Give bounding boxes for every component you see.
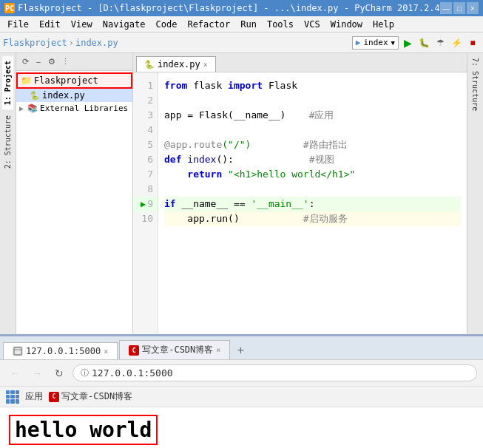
file-label: index.py xyxy=(42,90,85,101)
svg-rect-0 xyxy=(14,347,21,355)
line-num-2: 2 xyxy=(133,93,158,108)
project-tab[interactable]: 1: Project xyxy=(2,56,13,109)
bookmark-apps-text: 应用 xyxy=(25,390,43,403)
code-line-6: def index(): #视图 xyxy=(164,152,461,167)
bookmark-csdn-text: 写文章-CSDN博客 xyxy=(61,390,132,403)
run-controls: ▶ index ▼ ▶ 🐛 ☂ ⚡ ■ xyxy=(352,35,480,50)
tab-close-icon[interactable]: × xyxy=(203,61,208,69)
code-line-1: from flask import Flask xyxy=(164,78,461,93)
minimize-button[interactable]: — xyxy=(440,2,452,14)
tree-external-libraries[interactable]: ▶ 📚 External Libraries xyxy=(16,102,132,115)
project-tree: 📁 Flaskproject 🐍 index.py ▶ 📚 External L… xyxy=(16,71,132,334)
tab-label: index.py xyxy=(158,59,200,69)
address-text: 127.0.0.1:5000 xyxy=(92,367,173,379)
browser-content: hello world https://blog.csdn.net/weixin… xyxy=(0,407,483,448)
bookmark-apps-label[interactable]: 应用 xyxy=(25,390,43,403)
csdn-favicon: C xyxy=(49,392,59,402)
hello-world-heading: hello world xyxy=(9,415,158,445)
tab-csdn-close[interactable]: × xyxy=(216,346,220,354)
expand-icon: ▶ xyxy=(19,104,24,112)
line-num-10: 10 xyxy=(133,211,158,226)
code-line-3: app = Flask(__name__) #应用 xyxy=(164,108,461,123)
browser-nav: ← → ↻ ⓘ 127.0.0.1:5000 xyxy=(0,360,483,387)
line-num-3: 3 xyxy=(133,108,158,123)
line-num-9: ▶9 xyxy=(133,197,158,211)
tree-root-folder[interactable]: 📁 Flaskproject xyxy=(16,72,132,89)
window-controls[interactable]: — □ × xyxy=(440,2,479,14)
editor-section: 🐍 index.py × 1 2 3 4 5 6 7 8 ▶9 10 xyxy=(133,53,467,334)
run-button[interactable]: ▶ xyxy=(400,35,415,50)
structure-tab[interactable]: 2: Structure xyxy=(2,111,13,173)
tab-csdn-label: 写文章-CSDN博客 xyxy=(142,344,213,356)
right-panel-tabs: 7: Structure xyxy=(467,53,483,334)
refresh-button[interactable]: ↻ xyxy=(50,364,68,382)
tab-localhost-close[interactable]: × xyxy=(104,347,108,356)
profile-button[interactable]: ⚡ xyxy=(449,35,464,50)
code-line-8 xyxy=(164,182,461,197)
run-config-select[interactable]: ▶ index ▼ xyxy=(352,36,399,50)
menu-run[interactable]: Run xyxy=(236,18,261,31)
editor-tabs-bar: 🐍 index.py × xyxy=(133,53,467,72)
apps-icon[interactable] xyxy=(6,390,19,404)
project-panel: ⟳ − ⚙ ⋮ 📁 Flaskproject 🐍 index.py ▶ 📚 Ex… xyxy=(16,53,133,334)
menu-file[interactable]: File xyxy=(3,18,33,31)
breadcrumb-file[interactable]: index.py xyxy=(75,38,118,48)
tab-page-favicon xyxy=(13,346,23,356)
run-arrow-icon: ▶ xyxy=(141,197,146,211)
config-icon: ▶ xyxy=(356,38,361,47)
folder-icon: 📁 xyxy=(21,75,32,86)
browser-tabs-bar: 127.0.0.1:5000 × C 写文章-CSDN博客 × + xyxy=(0,336,483,360)
line-numbers: 1 2 3 4 5 6 7 8 ▶9 10 xyxy=(133,72,158,334)
debug-button[interactable]: 🐛 xyxy=(416,35,431,50)
title-bar: PC Flaskproject - [D:\flaskproject\Flask… xyxy=(0,0,483,16)
menu-edit[interactable]: Edit xyxy=(35,18,65,31)
coverage-button[interactable]: ☂ xyxy=(433,35,447,50)
maximize-button[interactable]: □ xyxy=(453,2,465,14)
collapse-button[interactable]: − xyxy=(33,56,44,68)
menu-vcs[interactable]: VCS xyxy=(300,18,325,31)
bookmark-csdn[interactable]: C 写文章-CSDN博客 xyxy=(49,390,132,403)
menu-window[interactable]: Window xyxy=(326,18,367,31)
config-dropdown-icon[interactable]: ▼ xyxy=(391,39,395,47)
bookmarks-bar: 应用 C 写文章-CSDN博客 xyxy=(0,387,483,407)
tab-file-icon: 🐍 xyxy=(144,60,155,69)
breadcrumb-separator: › xyxy=(69,38,74,48)
code-line-5: @app.route("/") #路由指出 xyxy=(164,138,461,152)
menu-refactor[interactable]: Refactor xyxy=(183,18,234,31)
browser-tab-localhost[interactable]: 127.0.0.1:5000 × xyxy=(3,342,118,359)
tab-csdn-favicon: C xyxy=(129,345,139,356)
menu-navigate[interactable]: Navigate xyxy=(98,18,150,31)
new-tab-button[interactable]: + xyxy=(232,342,249,359)
code-line-9: if __name__ == '__main__': xyxy=(164,197,461,211)
breadcrumb-project[interactable]: Flaskproject xyxy=(3,38,67,48)
browser-tab-csdn[interactable]: C 写文章-CSDN博客 × xyxy=(119,340,230,359)
menu-help[interactable]: Help xyxy=(368,18,399,31)
window-title: Flaskproject - [D:\flaskproject\Flaskpro… xyxy=(18,3,440,13)
breadcrumb: Flaskproject › index.py xyxy=(3,38,118,48)
line-num-1: 1 xyxy=(133,78,158,93)
tree-file-item[interactable]: 🐍 index.py xyxy=(16,89,132,102)
config-label: index xyxy=(363,38,388,47)
gear-icon[interactable]: ⋮ xyxy=(59,56,71,68)
menu-tools[interactable]: Tools xyxy=(263,18,298,31)
python-file-icon: 🐍 xyxy=(30,91,40,101)
close-button[interactable]: × xyxy=(467,2,479,14)
code-line-2 xyxy=(164,93,461,108)
ide-area: 1: Project 2: Structure ⟳ − ⚙ ⋮ 📁 Flaskp… xyxy=(0,53,483,334)
sync-button[interactable]: ⟳ xyxy=(19,56,31,68)
project-panel-toolbar: ⟳ − ⚙ ⋮ xyxy=(16,53,132,71)
project-root-label: Flaskproject xyxy=(34,75,98,86)
external-libraries-label: External Libraries xyxy=(40,103,128,113)
settings-button[interactable]: ⚙ xyxy=(46,56,58,68)
menu-view[interactable]: View xyxy=(67,18,97,31)
forward-button[interactable]: → xyxy=(28,364,46,382)
stop-button[interactable]: ■ xyxy=(465,35,480,50)
menu-code[interactable]: Code xyxy=(152,18,182,31)
code-editor[interactable]: 1 2 3 4 5 6 7 8 ▶9 10 from flask import … xyxy=(133,72,467,334)
code-content[interactable]: from flask import Flask app = Flask(__na… xyxy=(158,72,467,334)
editor-tab-index[interactable]: 🐍 index.py × xyxy=(136,56,216,72)
address-bar[interactable]: ⓘ 127.0.0.1:5000 xyxy=(72,364,477,381)
line-num-4: 4 xyxy=(133,123,158,138)
back-button[interactable]: ← xyxy=(6,364,24,382)
structure-right-tab[interactable]: 7: Structure xyxy=(470,53,481,115)
